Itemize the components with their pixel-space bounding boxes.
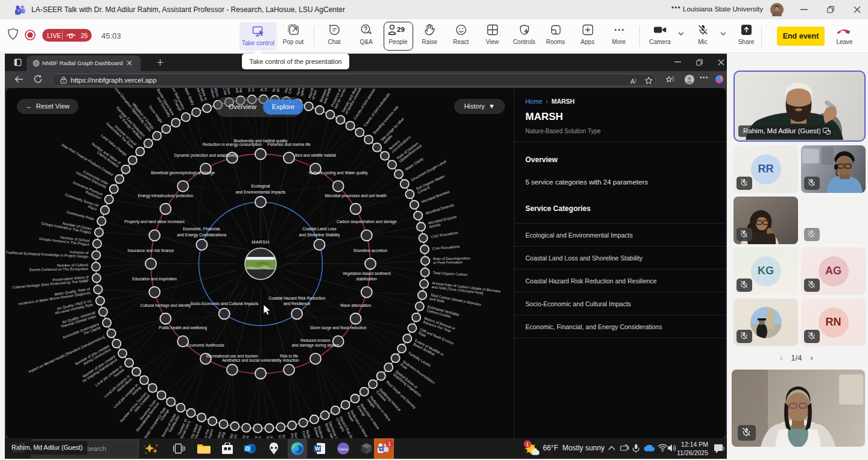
svg-text:Recreational use and tourism: Recreational use and tourism bbox=[206, 354, 258, 358]
svg-text:Inclusion ofTraditional Ecolog: Inclusion ofTraditional Ecological Knowl… bbox=[6, 246, 89, 259]
svg-text:and damage during storms: and damage during storms bbox=[292, 343, 340, 348]
svg-text:and Shoreline Stability: and Shoreline Stability bbox=[299, 233, 340, 238]
svg-text:Microbial Biomass: Microbial Biomass bbox=[421, 189, 451, 204]
svg-text:Carbon sequestration and stora: Carbon sequestration and storage bbox=[337, 219, 397, 224]
svg-text:1: 1 bbox=[388, 441, 391, 447]
svg-text:and Resilience: and Resilience bbox=[284, 301, 311, 306]
svg-text:Dynamic protection and adaptab: Dynamic protection and adaptability bbox=[174, 153, 238, 158]
svg-text:Microbial Diversity: Microbial Diversity bbox=[425, 202, 455, 215]
svg-text:Socio-Economic and Cultural Im: Socio-Economic and Cultural Impacts bbox=[190, 301, 259, 306]
svg-text:Microbial EnzymeActivity: Microbial EnzymeActivity bbox=[428, 214, 458, 228]
svg-text:1: 1 bbox=[526, 441, 529, 447]
svg-text:and Environmental Impacts: and Environmental Impacts bbox=[236, 190, 286, 195]
svg-text:Storm surge and flood reductio: Storm surge and flood reduction bbox=[310, 326, 367, 330]
svg-text:29: 29 bbox=[397, 26, 405, 33]
svg-text:T: T bbox=[381, 447, 383, 451]
svg-text:and Energy Considerations: and Energy Considerations bbox=[177, 233, 227, 238]
svg-text:W: W bbox=[315, 446, 320, 452]
svg-text:Building EnergyUse: Building EnergyUse bbox=[259, 88, 268, 92]
svg-text:stabilization: stabilization bbox=[356, 277, 378, 281]
svg-text:Reduced MaintenanceCost: Reduced MaintenanceCost bbox=[246, 88, 256, 92]
svg-text:Fisheries and marine life: Fisheries and marine life bbox=[267, 142, 311, 147]
svg-text:Shoreline accretion: Shoreline accretion bbox=[353, 248, 388, 253]
svg-text:Number of CitizenGroups Involv: Number of CitizenGroups Involved in The … bbox=[41, 217, 92, 235]
svg-text:MARSH: MARSH bbox=[252, 239, 269, 245]
svg-text:Coastal Hazard Risk Reduction: Coastal Hazard Risk Reduction bbox=[268, 296, 326, 300]
svg-text:Economic livelihoods: Economic livelihoods bbox=[187, 343, 224, 347]
svg-text:Community Pride: Community Pride bbox=[66, 210, 95, 221]
svg-text:Insurance and risk finance: Insurance and risk finance bbox=[128, 248, 174, 253]
svg-text:Social VulnerabilityIndex: Social VulnerabilityIndex bbox=[224, 433, 237, 438]
svg-text:Microbial processes and soil h: Microbial processes and soil health bbox=[325, 194, 387, 198]
svg-text:Ecological: Ecological bbox=[252, 184, 270, 189]
svg-text:Number of DeathsPrevented: Number of DeathsPrevented bbox=[290, 432, 303, 438]
svg-text:Water Clarity: Water Clarity bbox=[404, 156, 425, 171]
svg-text:Nutrient cycling and Water qua: Nutrient cycling and Water quality bbox=[309, 171, 369, 175]
svg-text:Public health and wellbeing: Public health and wellbeing bbox=[159, 326, 207, 330]
svg-text:Beneficial geomorphological ch: Beneficial geomorphological change bbox=[151, 171, 215, 175]
svg-text:Number of plantspecies: Number of plantspecies bbox=[271, 88, 282, 92]
svg-text:Energy SavingCost: Energy SavingCost bbox=[233, 88, 244, 93]
svg-text:Cultural heritage and identity: Cultural heritage and identity bbox=[140, 303, 191, 308]
svg-text:Aesthetics and social vulnerab: Aesthetics and social vulnerability redu… bbox=[222, 358, 299, 363]
svg-text:Coastal Land Loss: Coastal Land Loss bbox=[302, 227, 337, 231]
svg-text:Rate of Decompositionor Peat F: Rate of Decompositionor Peat Formation bbox=[433, 256, 470, 264]
svg-text:Cams: Cams bbox=[338, 447, 348, 451]
svg-text:Education and inspiration: Education and inspiration bbox=[132, 277, 177, 282]
svg-text:Vegetation PercentCover: Vegetation PercentCover bbox=[284, 88, 296, 94]
svg-text:Number of fishspecies: Number of fishspecies bbox=[295, 88, 308, 96]
svg-text:Total Organic Carbon: Total Organic Carbon bbox=[432, 271, 467, 277]
svg-text:Vegetation-based sediment: Vegetation-based sediment bbox=[343, 271, 391, 276]
svg-text:Property and land value increa: Property and land value increases bbox=[124, 219, 185, 224]
svg-text:T: T bbox=[17, 9, 20, 13]
svg-text:Number of CulturalEvents Cente: Number of CulturalEvents Centered on The… bbox=[29, 262, 88, 271]
svg-text:Bird and wildlife habitat: Bird and wildlife habitat bbox=[295, 153, 336, 157]
svg-text:Economic, Financial,: Economic, Financial, bbox=[183, 227, 221, 231]
svg-text:Wave attenuation: Wave attenuation bbox=[340, 303, 371, 307]
svg-text:Reduced erosion: Reduced erosion bbox=[300, 338, 331, 342]
svg-text:CH4 Fluxuations: CH4 Fluxuations bbox=[432, 244, 460, 251]
svg-text:CO2 Fluxuations: CO2 Fluxuations bbox=[431, 230, 458, 239]
svg-text:Reduction in energy consumptio: Reduction in energy consumption bbox=[203, 142, 262, 147]
svg-text:Energy infrastructure protecti: Energy infrastructure protection bbox=[138, 194, 193, 198]
svg-text:O: O bbox=[246, 446, 250, 452]
svg-text:Number of SchoolGroups Involve: Number of SchoolGroups Involved in The P… bbox=[39, 232, 90, 247]
svg-text:Preservation Status ofCultural: Preservation Status ofCultural Heritage … bbox=[12, 274, 89, 289]
